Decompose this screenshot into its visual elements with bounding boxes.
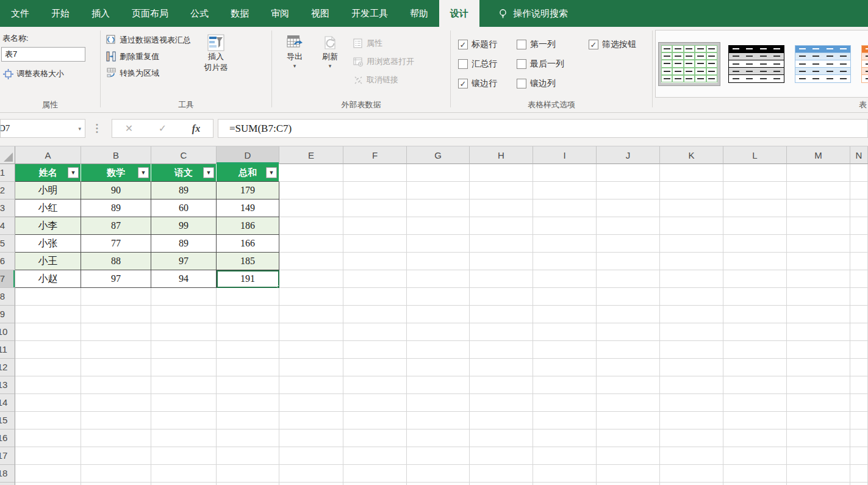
row-header-15[interactable]: 15 [0,412,15,429]
cell-H15[interactable] [470,412,533,429]
row-header-18[interactable]: 18 [0,465,15,483]
cell-N19[interactable] [850,483,868,485]
formula-input[interactable]: =SUM(B7:C7) [218,119,868,138]
cell-F19[interactable] [343,483,407,485]
cell-F5[interactable] [343,235,407,253]
cell-C12[interactable] [151,359,217,376]
cell-F10[interactable] [343,323,407,341]
cell-I11[interactable] [533,341,597,359]
cell-L8[interactable] [723,288,787,306]
cell-A17[interactable] [15,447,81,465]
tab-home[interactable]: 开始 [40,0,81,27]
row-header-19[interactable]: 19 [0,483,15,485]
cell-G6[interactable] [407,253,470,270]
row-header-8[interactable]: 8 [0,288,15,306]
row-header-4[interactable]: 4 [0,217,15,235]
cell-L1[interactable] [723,164,787,182]
cell-K2[interactable] [660,182,723,199]
cell-A3[interactable]: 小红 [15,199,81,217]
cell-E15[interactable] [279,412,343,429]
cell-M1[interactable] [787,164,850,182]
cell-E18[interactable] [279,465,343,483]
cell-H2[interactable] [470,182,533,199]
cell-K18[interactable] [660,465,723,483]
cell-E8[interactable] [279,288,343,306]
cell-G17[interactable] [407,447,470,465]
cell-K10[interactable] [660,323,723,341]
filter-dropdown-button[interactable]: ▼ [203,167,214,178]
cell-N14[interactable] [850,394,868,412]
checkbox-标题行[interactable]: ✓标题行 [458,35,517,54]
row-header-11[interactable]: 11 [0,341,15,359]
cell-A5[interactable]: 小张 [15,235,81,253]
checkbox-box[interactable] [517,59,526,69]
remove-duplicates-button[interactable]: 删除重复值 [104,48,193,65]
cell-I9[interactable] [533,306,597,323]
checkbox-box[interactable] [517,40,526,49]
insert-function-button[interactable]: fx [187,123,206,134]
cell-J9[interactable] [597,306,660,323]
cell-J8[interactable] [597,288,660,306]
cell-F13[interactable] [343,376,407,394]
cell-F1[interactable] [343,164,407,182]
row-header-1[interactable]: 1 [0,164,15,182]
cell-D6[interactable]: 185 [217,253,279,270]
style-blue-header[interactable] [792,43,853,85]
cell-H11[interactable] [470,341,533,359]
cell-I10[interactable] [533,323,597,341]
cell-M3[interactable] [787,199,850,217]
cell-B12[interactable] [81,359,151,376]
cell-A11[interactable] [15,341,81,359]
cell-I4[interactable] [533,217,597,235]
cell-J18[interactable] [597,465,660,483]
row-header-9[interactable]: 9 [0,306,15,323]
cell-G13[interactable] [407,376,470,394]
cell-B9[interactable] [81,306,151,323]
tab-insert[interactable]: 插入 [81,0,121,27]
cell-N13[interactable] [850,376,868,394]
cell-F11[interactable] [343,341,407,359]
cell-K14[interactable] [660,394,723,412]
cell-G12[interactable] [407,359,470,376]
row-header-10[interactable]: 10 [0,323,15,341]
cell-H1[interactable] [470,164,533,182]
cell-C10[interactable] [151,323,217,341]
cell-G4[interactable] [407,217,470,235]
cell-J7[interactable] [597,270,660,288]
cell-M4[interactable] [787,217,850,235]
cell-D7[interactable]: 191 [217,270,279,288]
cell-M12[interactable] [787,359,850,376]
cell-D8[interactable] [217,288,279,306]
column-header-F[interactable]: F [343,146,407,164]
cell-J11[interactable] [597,341,660,359]
cell-B6[interactable]: 88 [81,253,151,270]
cell-F4[interactable] [343,217,407,235]
cell-A12[interactable] [15,359,81,376]
row-header-2[interactable]: 2 [0,182,15,199]
row-header-5[interactable]: 5 [0,235,15,253]
cell-M13[interactable] [787,376,850,394]
cell-N4[interactable] [850,217,868,235]
cell-K7[interactable] [660,270,723,288]
cell-B14[interactable] [81,394,151,412]
cell-M18[interactable] [787,465,850,483]
cell-G10[interactable] [407,323,470,341]
cell-I16[interactable] [533,429,597,447]
cell-H14[interactable] [470,394,533,412]
cell-K13[interactable] [660,376,723,394]
cell-G7[interactable] [407,270,470,288]
column-header-M[interactable]: M [787,146,850,164]
checkbox-box[interactable] [458,59,468,69]
column-header-N[interactable]: N [850,146,868,164]
cell-K16[interactable] [660,429,723,447]
tab-view[interactable]: 视图 [300,0,340,27]
cell-H9[interactable] [470,306,533,323]
cell-I13[interactable] [533,376,597,394]
cell-A10[interactable] [15,323,81,341]
tab-file[interactable]: 文件 [0,0,40,27]
cell-D15[interactable] [217,412,279,429]
cell-B10[interactable] [81,323,151,341]
cell-D14[interactable] [217,394,279,412]
cell-F7[interactable] [343,270,407,288]
cell-L6[interactable] [723,253,787,270]
